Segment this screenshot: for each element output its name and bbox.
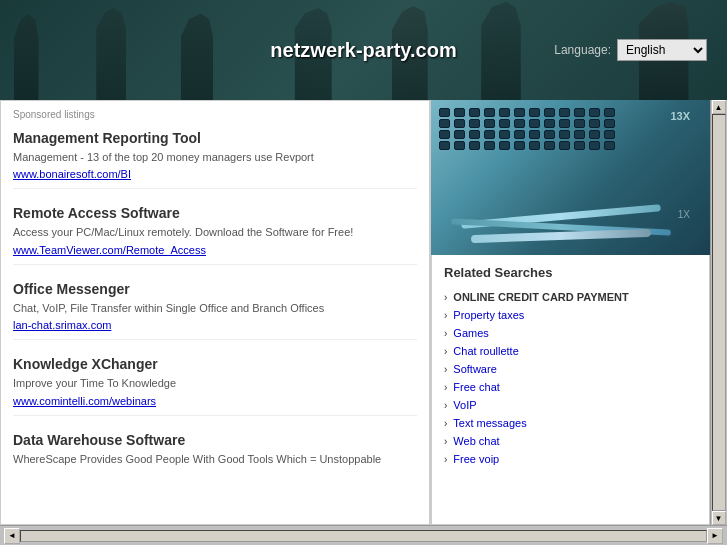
- network-port: [469, 108, 480, 117]
- right-scrollbar: ▲ ▼: [710, 100, 726, 525]
- related-items-container: ›ONLINE CREDIT CARD PAYMENT›Property tax…: [444, 288, 697, 468]
- network-port: [589, 108, 600, 117]
- network-port: [529, 130, 540, 139]
- network-port: [499, 141, 510, 150]
- network-port: [484, 130, 495, 139]
- network-port: [589, 130, 600, 139]
- language-selector[interactable]: English Deutsch Français Español: [617, 39, 707, 61]
- scroll-track-horizontal[interactable]: [20, 530, 707, 542]
- listing-title: Remote Access Software: [13, 205, 417, 221]
- related-search-item[interactable]: ›Web chat: [444, 432, 697, 450]
- search-item-label: Text messages: [453, 417, 526, 429]
- search-item-label: Software: [453, 363, 496, 375]
- network-port: [454, 119, 465, 128]
- related-search-item[interactable]: ›Games: [444, 324, 697, 342]
- listing-title: Data Warehouse Software: [13, 432, 417, 448]
- network-image: 13X 1X: [431, 100, 710, 255]
- listing-item: Data Warehouse SoftwareWhereScape Provid…: [13, 432, 417, 478]
- search-item-label: Chat roullette: [453, 345, 518, 357]
- bottom-scrollbar: ◄ ►: [0, 525, 727, 545]
- network-port: [589, 141, 600, 150]
- network-port: [514, 130, 525, 139]
- cable-3: [471, 229, 651, 243]
- language-label: Language:: [554, 43, 611, 57]
- network-port: [469, 130, 480, 139]
- related-search-item[interactable]: ›Chat roullette: [444, 342, 697, 360]
- network-port: [469, 119, 480, 128]
- related-search-item[interactable]: ›Property taxes: [444, 306, 697, 324]
- search-bullet-icon: ›: [444, 436, 447, 447]
- listing-link[interactable]: www.comintelli.com/webinars: [13, 395, 417, 407]
- sponsored-label: Sponsored listings: [13, 109, 417, 120]
- search-item-label: Free chat: [453, 381, 499, 393]
- listing-link[interactable]: www.bonairesoft.com/BI: [13, 168, 417, 180]
- network-port: [484, 119, 495, 128]
- network-port: [484, 108, 495, 117]
- port-grid: [439, 108, 617, 150]
- related-search-item[interactable]: ›Free chat: [444, 378, 697, 396]
- related-searches-title: Related Searches: [444, 265, 697, 280]
- network-port: [544, 130, 555, 139]
- network-port: [499, 119, 510, 128]
- network-port: [559, 108, 570, 117]
- scroll-left-button[interactable]: ◄: [4, 528, 20, 544]
- search-item-label: Property taxes: [453, 309, 524, 321]
- network-port: [559, 141, 570, 150]
- network-port: [589, 119, 600, 128]
- listing-item: Office MessengerChat, VoIP, File Transfe…: [13, 281, 417, 340]
- search-bullet-icon: ›: [444, 328, 447, 339]
- network-port: [604, 130, 615, 139]
- listing-title: Office Messenger: [13, 281, 417, 297]
- listing-item: Knowledge XChangerImprove your Time To K…: [13, 356, 417, 415]
- related-search-item[interactable]: ›Text messages: [444, 414, 697, 432]
- search-item-label: Games: [453, 327, 488, 339]
- search-item-label: Web chat: [453, 435, 499, 447]
- network-port: [604, 119, 615, 128]
- related-search-item[interactable]: ›Software: [444, 360, 697, 378]
- search-bullet-icon: ›: [444, 454, 447, 465]
- search-bullet-icon: ›: [444, 418, 447, 429]
- network-port: [574, 108, 585, 117]
- listing-link[interactable]: www.TeamViewer.com/Remote_Access: [13, 244, 417, 256]
- network-port: [499, 108, 510, 117]
- content-main: Sponsored listings Management Reporting …: [0, 100, 727, 545]
- scroll-right-button[interactable]: ►: [707, 528, 723, 544]
- scroll-down-button[interactable]: ▼: [712, 511, 726, 525]
- network-port: [454, 130, 465, 139]
- network-port: [439, 130, 450, 139]
- port-label-1x: 1X: [678, 209, 690, 220]
- search-bullet-icon: ›: [444, 292, 447, 303]
- network-port: [469, 141, 480, 150]
- scroll-track-vertical[interactable]: [712, 114, 726, 511]
- network-port: [529, 141, 540, 150]
- app-wrapper: netzwerk-party.com Language: English Deu…: [0, 0, 727, 545]
- scroll-up-button[interactable]: ▲: [712, 100, 726, 114]
- search-bullet-icon: ›: [444, 364, 447, 375]
- related-search-item[interactable]: ›ONLINE CREDIT CARD PAYMENT: [444, 288, 697, 306]
- content-row: Sponsored listings Management Reporting …: [0, 100, 727, 545]
- related-search-item[interactable]: ›VoIP: [444, 396, 697, 414]
- listing-link[interactable]: lan-chat.srimax.com: [13, 319, 417, 331]
- search-bullet-icon: ›: [444, 382, 447, 393]
- search-item-label: ONLINE CREDIT CARD PAYMENT: [453, 291, 628, 303]
- network-port: [604, 108, 615, 117]
- related-search-item[interactable]: ›Free voip: [444, 450, 697, 468]
- network-port: [529, 108, 540, 117]
- language-section: Language: English Deutsch Français Españ…: [554, 39, 707, 61]
- listing-description: Access your PC/Mac/Linux remotely. Downl…: [13, 225, 417, 240]
- search-item-label: Free voip: [453, 453, 499, 465]
- left-panel: Sponsored listings Management Reporting …: [0, 100, 430, 525]
- network-port: [544, 141, 555, 150]
- network-port: [604, 141, 615, 150]
- cables-area: [431, 185, 710, 245]
- network-port: [544, 119, 555, 128]
- site-title: netzwerk-party.com: [270, 39, 456, 62]
- listing-title: Management Reporting Tool: [13, 130, 417, 146]
- listing-description: WhereScape Provides Good People With Goo…: [13, 452, 417, 467]
- listing-description: Management - 13 of the top 20 money mana…: [13, 150, 417, 165]
- network-port: [529, 119, 540, 128]
- network-port: [454, 108, 465, 117]
- network-port: [514, 119, 525, 128]
- network-port: [574, 141, 585, 150]
- network-port: [559, 130, 570, 139]
